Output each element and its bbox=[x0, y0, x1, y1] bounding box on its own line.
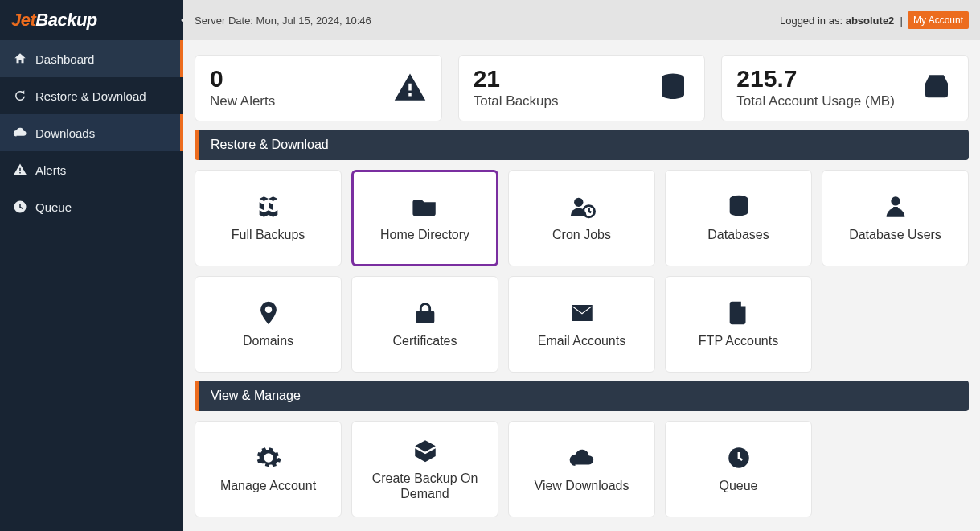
section-header-restore: Restore & Download bbox=[195, 130, 969, 160]
clock-icon bbox=[13, 200, 27, 214]
alert-icon bbox=[13, 163, 27, 177]
sidebar-item-label: Restore & Download bbox=[35, 89, 146, 103]
stat-value: 215.7 bbox=[736, 65, 895, 92]
user-clock-icon bbox=[568, 193, 596, 220]
stat-new-alerts[interactable]: 0 New Alerts bbox=[195, 55, 442, 121]
home-icon bbox=[13, 51, 27, 66]
tile-databases[interactable]: Databases bbox=[665, 170, 812, 266]
stat-account-usage[interactable]: 215.7 Total Account Usage (MB) bbox=[721, 55, 969, 121]
tile-label: Database Users bbox=[849, 227, 941, 242]
stats-row: 0 New Alerts 21 Total Backups 215.7 To bbox=[195, 55, 969, 121]
tile-queue[interactable]: Queue bbox=[665, 421, 812, 517]
content-scroll: 0 New Alerts 21 Total Backups 215.7 To bbox=[183, 40, 980, 531]
sidebar: JetBackup Dashboard Restore & Download D… bbox=[0, 0, 183, 531]
tile-database-users[interactable]: Database Users bbox=[822, 170, 969, 266]
database-icon bbox=[656, 71, 690, 105]
brand-logo: JetBackup bbox=[0, 0, 183, 40]
boxes-icon bbox=[255, 193, 282, 220]
tile-ftp-accounts[interactable]: FTP Accounts bbox=[665, 276, 812, 373]
stat-label: Total Backups bbox=[474, 93, 559, 109]
tile-label: Domains bbox=[243, 333, 293, 348]
stat-value: 21 bbox=[474, 65, 559, 92]
sidebar-item-alerts[interactable]: Alerts bbox=[0, 151, 183, 188]
alert-icon bbox=[393, 71, 427, 105]
my-account-button[interactable]: My Account bbox=[908, 11, 969, 29]
tile-label: Certificates bbox=[392, 333, 457, 348]
tiles-view-manage: Manage Account Create Backup On Demand V… bbox=[195, 421, 969, 517]
stat-total-backups[interactable]: 21 Total Backups bbox=[458, 55, 706, 121]
box-icon bbox=[412, 437, 439, 464]
tile-label: Home Directory bbox=[380, 227, 469, 242]
tile-label: Create Backup On Demand bbox=[357, 471, 493, 501]
refresh-icon bbox=[13, 88, 27, 103]
lock-icon bbox=[412, 299, 439, 327]
cloud-download-icon bbox=[568, 444, 596, 471]
sidebar-item-label: Alerts bbox=[35, 163, 66, 177]
gear-icon bbox=[255, 444, 282, 471]
tile-label: Email Accounts bbox=[538, 333, 625, 348]
mail-icon bbox=[568, 299, 596, 327]
hdd-icon bbox=[920, 71, 953, 105]
sidebar-collapse-caret-icon[interactable] bbox=[181, 14, 189, 26]
clock-icon bbox=[725, 444, 752, 471]
tile-email-accounts[interactable]: Email Accounts bbox=[508, 276, 655, 373]
sidebar-item-queue[interactable]: Queue bbox=[0, 188, 183, 225]
section-header-manage: View & Manage bbox=[195, 381, 969, 411]
sidebar-item-label: Downloads bbox=[35, 126, 95, 140]
stat-label: New Alerts bbox=[210, 93, 275, 109]
tile-label: Manage Account bbox=[220, 478, 316, 493]
stat-label: Total Account Usage (MB) bbox=[736, 93, 895, 109]
sidebar-item-restore-download[interactable]: Restore & Download bbox=[0, 77, 183, 114]
tile-certificates[interactable]: Certificates bbox=[351, 276, 498, 373]
db-user-icon bbox=[882, 193, 909, 220]
main-area: Server Date: Mon, Jul 15, 2024, 10:46 Lo… bbox=[183, 0, 980, 531]
server-date: Server Date: Mon, Jul 15, 2024, 10:46 bbox=[195, 14, 371, 27]
tile-cron-jobs[interactable]: Cron Jobs bbox=[508, 170, 655, 266]
cloud-download-icon bbox=[13, 126, 27, 140]
tile-manage-account[interactable]: Manage Account bbox=[195, 421, 342, 517]
tile-view-downloads[interactable]: View Downloads bbox=[508, 421, 655, 517]
folder-icon bbox=[412, 193, 439, 220]
database-icon bbox=[725, 193, 752, 220]
brand-text: JetBackup bbox=[11, 10, 97, 31]
file-icon bbox=[725, 299, 752, 327]
tile-create-backup-on-demand[interactable]: Create Backup On Demand bbox=[351, 421, 498, 517]
sidebar-item-dashboard[interactable]: Dashboard bbox=[0, 40, 183, 77]
tile-domains[interactable]: Domains bbox=[195, 276, 342, 373]
topbar: Server Date: Mon, Jul 15, 2024, 10:46 Lo… bbox=[183, 0, 980, 40]
logged-in-as: Logged in as: absolute2 | bbox=[780, 14, 903, 27]
map-pin-icon bbox=[255, 299, 282, 327]
tiles-restore-download: Full Backups Home Directory Cron Jobs Da… bbox=[195, 170, 969, 373]
sidebar-item-label: Queue bbox=[35, 200, 72, 214]
sidebar-item-downloads[interactable]: Downloads bbox=[0, 114, 183, 151]
tile-full-backups[interactable]: Full Backups bbox=[195, 170, 342, 266]
sidebar-nav: Dashboard Restore & Download Downloads A… bbox=[0, 40, 183, 225]
tile-label: FTP Accounts bbox=[699, 333, 778, 348]
stat-value: 0 bbox=[210, 65, 275, 92]
tile-label: Cron Jobs bbox=[552, 227, 611, 242]
tile-label: Full Backups bbox=[232, 227, 305, 242]
tile-label: Queue bbox=[719, 478, 757, 493]
sidebar-item-label: Dashboard bbox=[35, 52, 94, 66]
tile-label: View Downloads bbox=[535, 478, 629, 493]
tile-home-directory[interactable]: Home Directory bbox=[351, 170, 498, 266]
tile-label: Databases bbox=[707, 227, 769, 242]
